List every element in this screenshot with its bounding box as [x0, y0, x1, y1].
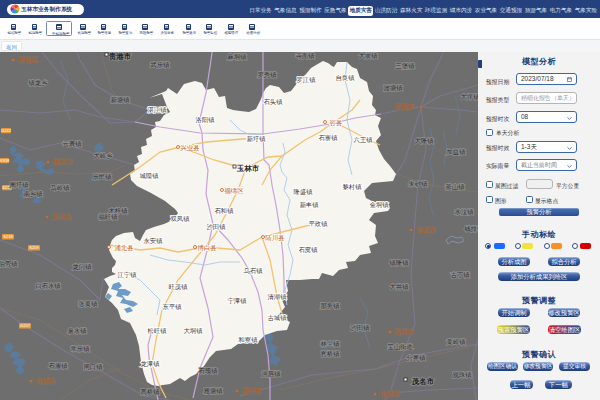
svg-text:石寨镇: 石寨镇: [319, 134, 339, 142]
svg-text:横州市: 横州市: [53, 158, 73, 165]
svg-text:S218: S218: [3, 234, 13, 239]
svg-text:雅塘镇: 雅塘镇: [204, 387, 224, 395]
svg-text:伯劳镇: 伯劳镇: [0, 260, 18, 268]
svg-text:龙门镇: 龙门镇: [73, 263, 93, 270]
svg-text:观珠镇: 观珠镇: [453, 371, 473, 379]
svg-text:张黄镇: 张黄镇: [79, 300, 99, 308]
svg-text:镇隆镇: 镇隆镇: [389, 259, 410, 266]
svg-text:洛阳镇: 洛阳镇: [196, 116, 216, 124]
svg-text:高州市: 高州市: [394, 328, 414, 335]
svg-text:S308: S308: [0, 158, 10, 163]
svg-text:信宜市: 信宜市: [416, 226, 436, 234]
svg-text:茶山镇: 茶山镇: [446, 183, 466, 190]
svg-text:陆川县: 陆川县: [265, 234, 285, 241]
svg-text:加益镇: 加益镇: [447, 148, 467, 155]
svg-text:常乐镇: 常乐镇: [71, 345, 91, 352]
svg-text:高桥镇: 高桥镇: [141, 388, 161, 395]
svg-text:茂名市: 茂名市: [411, 377, 435, 386]
svg-text:波塘镇: 波塘镇: [384, 84, 404, 92]
svg-text:黎村镇: 黎村镇: [343, 183, 363, 191]
svg-text:石颈镇: 石颈镇: [199, 367, 219, 375]
svg-text:分界镇: 分界镇: [407, 354, 427, 361]
svg-text:石窝镇: 石窝镇: [299, 246, 319, 254]
svg-text:新圩镇: 新圩镇: [247, 135, 267, 142]
svg-text:六王镇: 六王镇: [354, 136, 374, 143]
svg-text:化州市: 化州市: [380, 390, 400, 398]
svg-text:大垌镇: 大垌镇: [184, 327, 204, 334]
svg-text:云表镇: 云表镇: [63, 140, 83, 147]
svg-text:永安镇: 永安镇: [144, 237, 164, 244]
svg-text:大坪镇: 大坪镇: [461, 93, 478, 100]
svg-text:闸口镇: 闸口镇: [84, 363, 104, 371]
svg-text:水汶镇: 水汶镇: [455, 208, 475, 216]
svg-text:石头镇: 石头镇: [264, 98, 284, 106]
svg-text:镇龙乡: 镇龙乡: [28, 79, 49, 86]
svg-text:廉江市: 廉江市: [242, 387, 262, 395]
svg-text:双凤镇: 双凤镇: [171, 215, 191, 222]
svg-text:和寮镇: 和寮镇: [238, 336, 259, 343]
svg-text:灵山县: 灵山县: [52, 213, 72, 221]
svg-text:武乐镇: 武乐镇: [150, 61, 171, 68]
svg-text:浦北县: 浦北县: [114, 244, 134, 252]
svg-text:东平镇: 东平镇: [163, 303, 183, 310]
svg-text:黄岭镇: 黄岭镇: [447, 338, 467, 345]
svg-text:新塘镇: 新塘镇: [111, 96, 131, 104]
svg-text:古丁镇: 古丁镇: [451, 271, 471, 278]
svg-text:自良镇: 自良镇: [336, 74, 356, 81]
svg-text:大井镇: 大井镇: [390, 283, 410, 290]
svg-text:龙潭镇: 龙潭镇: [141, 360, 161, 368]
svg-text:新丰镇: 新丰镇: [300, 201, 320, 208]
svg-text:江宁镇: 江宁镇: [117, 271, 138, 279]
svg-text:罗江镇: 罗江镇: [297, 76, 317, 84]
svg-text:博白县: 博白县: [197, 244, 217, 252]
svg-text:乌石镇: 乌石镇: [244, 267, 264, 275]
svg-text:宁潭镇: 宁潭镇: [228, 297, 248, 305]
svg-text:清湖镇: 清湖镇: [268, 293, 288, 301]
svg-text:平政镇: 平政镇: [309, 220, 329, 227]
svg-text:玉林市: 玉林市: [236, 164, 260, 173]
svg-text:松旺镇: 松旺镇: [148, 327, 168, 334]
svg-text:麻垌镇: 麻垌镇: [227, 53, 248, 60]
svg-text:三堡镇: 三堡镇: [396, 62, 416, 69]
svg-text:金垌镇: 金垌镇: [370, 201, 390, 208]
svg-text:白石水镇: 白石水镇: [35, 282, 61, 290]
svg-text:容县: 容县: [330, 119, 344, 127]
svg-text:福绵区: 福绵区: [224, 187, 244, 195]
svg-text:钱排镇: 钱排镇: [464, 225, 478, 232]
svg-text:林尘镇: 林尘镇: [320, 340, 341, 347]
svg-text:周圩镇: 周圩镇: [10, 181, 30, 188]
svg-text:官桥镇: 官桥镇: [321, 350, 341, 357]
svg-text:旺茂镇: 旺茂镇: [169, 283, 189, 290]
svg-text:乐民镇: 乐民镇: [93, 173, 113, 180]
svg-text:石和镇: 石和镇: [215, 207, 235, 215]
svg-text:G207: G207: [20, 323, 31, 328]
svg-text:合浦县: 合浦县: [36, 377, 56, 385]
svg-text:大岭乡: 大岭乡: [94, 152, 114, 159]
svg-text:寺面镇: 寺面镇: [296, 52, 316, 60]
svg-text:贵港市: 贵港市: [108, 52, 132, 61]
svg-text:大坡镇: 大坡镇: [359, 52, 379, 59]
svg-text:覃塘区: 覃塘区: [18, 56, 38, 64]
svg-text:大隆镇: 大隆镇: [415, 137, 435, 144]
svg-text:湛江镇: 湛江镇: [148, 106, 168, 114]
svg-text:兴业县: 兴业县: [180, 144, 200, 152]
svg-text:泉水镇: 泉水镇: [68, 327, 88, 334]
svg-text:南乡镇: 南乡镇: [24, 190, 44, 197]
svg-text:隆盛镇: 隆盛镇: [294, 188, 314, 195]
svg-text:那务镇: 那务镇: [321, 302, 341, 310]
svg-text:古城镇: 古城镇: [268, 314, 288, 321]
svg-text:福旺镇: 福旺镇: [99, 213, 119, 221]
svg-text:城隍镇: 城隍镇: [140, 172, 160, 179]
svg-text:G242: G242: [1, 128, 12, 133]
svg-text:罗秀镇: 罗秀镇: [258, 71, 278, 79]
svg-text:朱砂镇: 朱砂镇: [409, 180, 429, 187]
svg-text:岑溪市: 岑溪市: [394, 103, 414, 111]
svg-text:沙田镇: 沙田镇: [207, 223, 227, 231]
svg-text:马岭镇: 马岭镇: [51, 184, 71, 191]
svg-text:宝山街道: 宝山街道: [387, 343, 412, 351]
svg-text:S209: S209: [29, 245, 39, 250]
svg-text:石康镇: 石康镇: [49, 362, 69, 370]
svg-text:河唇镇: 河唇镇: [262, 370, 282, 378]
svg-text:沙田镇: 沙田镇: [351, 324, 371, 332]
